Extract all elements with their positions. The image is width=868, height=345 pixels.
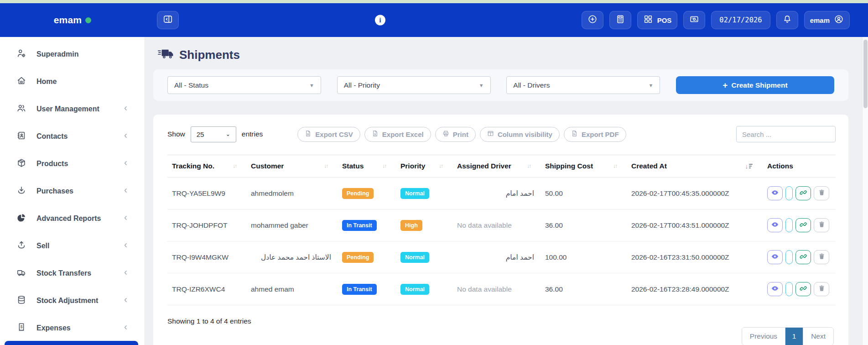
edit-button[interactable]	[785, 218, 793, 232]
bell-icon	[782, 14, 792, 26]
sidebar-item-purchases[interactable]: Purchases	[0, 178, 145, 205]
status-cell: In Transit	[338, 273, 396, 305]
chevron-left-icon	[122, 214, 129, 223]
shipments-table: Tracking No.↓↑ Customer↓↑ Status↓↑ Prior…	[167, 155, 836, 305]
pos-button[interactable]: POS	[637, 11, 678, 29]
sidebar-item-stock-transfers[interactable]: Stock Transfers	[0, 260, 145, 287]
drivers-filter-select[interactable]: All - Drivers ▼	[506, 76, 660, 94]
cash-register-button[interactable]	[683, 11, 705, 29]
sidebar-item-sell[interactable]: Sell	[0, 232, 145, 260]
edit-button[interactable]	[785, 250, 793, 264]
tracking-link-button[interactable]	[795, 250, 811, 264]
col-cost[interactable]: Shipping Cost↓↑	[541, 155, 627, 178]
scrollbar-thumb[interactable]	[863, 40, 868, 108]
delete-button[interactable]	[814, 186, 829, 200]
status-filter-value: All - Status	[174, 81, 208, 89]
delete-button[interactable]	[814, 282, 829, 296]
plus-circle-icon	[587, 14, 598, 26]
trash-icon	[818, 189, 825, 198]
view-button[interactable]	[767, 250, 783, 264]
previous-page-button[interactable]: Previous	[742, 328, 785, 345]
sidebar-item-superadmin[interactable]: Superadmin	[0, 41, 145, 68]
view-button[interactable]	[767, 282, 783, 296]
view-button[interactable]	[767, 186, 783, 200]
sidebar-item-user-management[interactable]: User Management	[0, 95, 145, 123]
chevron-left-icon	[122, 269, 129, 278]
col-status[interactable]: Status↓↑	[338, 155, 396, 178]
brand[interactable]: emam	[0, 15, 145, 26]
sort-icon: ↓↑	[613, 163, 620, 169]
export-csv-button[interactable]: Export CSV	[297, 127, 360, 142]
created-cell: 2026-02-16T23:31:50.000000Z	[627, 241, 763, 273]
sidebar-item-label: Stock Transfers	[36, 269, 91, 277]
truck-icon	[16, 267, 26, 279]
tracking-link-button[interactable]	[795, 282, 811, 296]
sidebar-item-label: Advanced Reports	[36, 214, 101, 223]
page-size-select[interactable]: 25 ⌄	[191, 126, 236, 142]
info-icon[interactable]: i	[375, 15, 385, 26]
date-button[interactable]: 02/17/2026	[711, 11, 770, 29]
tracking-link-button[interactable]	[795, 218, 811, 232]
tracking-link-button[interactable]	[795, 186, 811, 200]
driver-cell: No data available	[452, 209, 541, 241]
sidebar-item-contacts[interactable]: Contacts	[0, 123, 145, 150]
col-tracking[interactable]: Tracking No.↓↑	[167, 155, 246, 178]
col-driver[interactable]: Assigned Driver↓↑	[452, 155, 541, 178]
delete-button[interactable]	[814, 250, 829, 264]
notifications-button[interactable]	[776, 11, 798, 29]
user-circle-icon	[834, 14, 844, 26]
col-priority[interactable]: Priority↓↑	[396, 155, 452, 178]
priority-cell: High	[396, 209, 452, 241]
export-excel-button[interactable]: Export Excel	[364, 127, 431, 142]
pie-chart-icon	[16, 213, 26, 225]
chevron-left-icon	[122, 132, 129, 141]
priority-filter-select[interactable]: All - Priority ▼	[337, 76, 491, 94]
calculator-button[interactable]	[609, 11, 631, 29]
app-window: emam i	[0, 0, 868, 345]
quick-add-button[interactable]	[582, 11, 603, 29]
table-row: TRQ-JOHDPFOT mohammed gaber In Transit H…	[167, 209, 836, 241]
user-name: emam	[810, 16, 830, 24]
sidebar-item-advanced-reports[interactable]: Advanced Reports	[0, 205, 145, 232]
current-page-button[interactable]: 1	[785, 328, 803, 345]
sort-icon: ↓↑	[233, 163, 240, 169]
delete-button[interactable]	[814, 218, 829, 232]
sort-icon: ↓↑	[324, 163, 331, 169]
main-content: Shipments All - Status ▼ All - Priority …	[145, 37, 868, 345]
col-customer[interactable]: Customer↓↑	[246, 155, 338, 178]
printer-icon	[442, 130, 449, 138]
sidebar-active-item-partial[interactable]	[5, 341, 138, 345]
create-shipment-label: Create Shipment	[731, 81, 787, 89]
scrollbar[interactable]	[862, 37, 868, 345]
status-filter-select[interactable]: All - Status ▼	[167, 76, 321, 94]
link-icon	[800, 285, 807, 294]
edit-button[interactable]	[785, 186, 793, 200]
link-icon	[800, 253, 807, 262]
trash-icon	[818, 221, 825, 230]
print-button[interactable]: Print	[435, 127, 476, 142]
sidebar-item-stock-adjustment[interactable]: Stock Adjustment	[0, 287, 145, 314]
caret-down-icon: ▼	[479, 83, 484, 88]
user-menu-button[interactable]: emam	[804, 11, 850, 29]
status-badge: Pending	[342, 188, 374, 199]
export-pdf-button[interactable]: Export PDF	[564, 127, 626, 142]
sidebar-item-expenses[interactable]: $ Expenses	[0, 314, 145, 342]
col-created[interactable]: Created At↓	[627, 155, 763, 178]
cost-cell: 36.00	[541, 273, 627, 305]
next-page-button[interactable]: Next	[803, 328, 833, 345]
eye-icon	[771, 252, 779, 262]
receipt-icon: $	[16, 322, 26, 334]
eye-icon	[771, 284, 779, 294]
sidebar-toggle-button[interactable]	[157, 11, 179, 29]
create-shipment-button[interactable]: + Create Shipment	[676, 76, 834, 94]
sidebar-item-home[interactable]: Home	[0, 68, 145, 95]
view-button[interactable]	[767, 218, 783, 232]
search-input[interactable]	[736, 126, 836, 142]
sort-icon: ↓↑	[439, 163, 446, 169]
sidebar-item-products[interactable]: Products	[0, 150, 145, 178]
grid-icon	[643, 14, 653, 26]
column-visibility-button[interactable]: Column visibility	[480, 127, 560, 142]
edit-button[interactable]	[785, 282, 793, 296]
svg-text:$: $	[20, 324, 22, 329]
status-cell: In Transit	[338, 209, 396, 241]
